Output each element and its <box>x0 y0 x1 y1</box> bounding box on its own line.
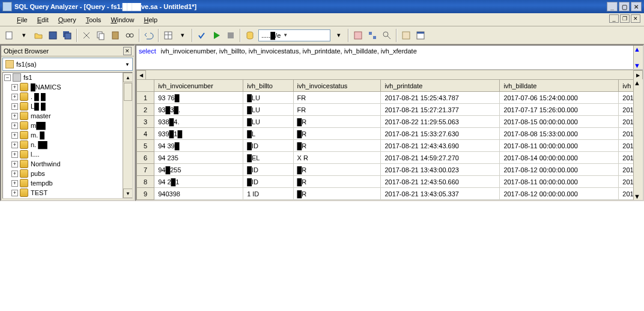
tree-scrollbar[interactable]: ▲ ▼ <box>123 73 132 198</box>
stop-button[interactable] <box>224 29 237 42</box>
cell[interactable]: 1 ID <box>243 188 293 200</box>
doc-restore-button[interactable]: ❐ <box>620 14 630 23</box>
save-button[interactable] <box>46 29 59 42</box>
expand-icon[interactable]: + <box>11 171 18 177</box>
table-row[interactable]: 4939█1██L█R2017-08-21 15:33:27.6302017-0… <box>137 128 643 140</box>
object-browser-button[interactable] <box>366 29 379 42</box>
row-number[interactable]: 3 <box>137 116 154 128</box>
cell[interactable]: █L <box>243 128 293 140</box>
parse-button[interactable] <box>195 29 208 42</box>
menu-window[interactable]: Window <box>106 15 139 25</box>
cell[interactable]: █EL <box>243 152 293 164</box>
tree-item[interactable]: +L█ █ <box>3 101 132 111</box>
tree-item[interactable]: +. █ █ <box>3 92 132 101</box>
menu-edit[interactable]: Edit <box>32 15 53 25</box>
table-row[interactable]: 694 235█ELX R2017-08-21 14:59:27.2702017… <box>137 152 643 164</box>
object-search-button[interactable] <box>380 29 393 42</box>
tree-item[interactable]: +m. █ <box>3 130 132 140</box>
scroll-up-button[interactable]: ▲ <box>123 73 133 82</box>
cell[interactable]: X R <box>293 152 381 164</box>
tree-item[interactable]: +tempdb <box>3 178 132 188</box>
row-number[interactable]: 6 <box>137 152 154 164</box>
tree-item[interactable]: +l.... <box>3 149 132 159</box>
expand-icon[interactable]: + <box>11 113 18 119</box>
expand-icon[interactable]: + <box>11 142 18 148</box>
scroll-down-button[interactable]: ▼ <box>123 189 133 198</box>
tree-item[interactable]: −fs1 <box>3 73 132 82</box>
grid-vscrollbar[interactable]: ▲ ▼ <box>633 79 643 200</box>
table-row[interactable]: 293█3█.█LUFR2017-08-21 15:27:21.3772017-… <box>137 104 643 116</box>
cell[interactable]: 94█255 <box>154 164 243 176</box>
cell[interactable]: 2017-08-12 00:00:00.000 <box>500 164 619 176</box>
table-row[interactable]: 193 76██LUFR2017-08-21 15:25:43.7872017-… <box>137 92 643 104</box>
scroll-left-button[interactable]: ◀ <box>136 70 146 80</box>
cell[interactable]: 2017-08-21 13:43:05.337 <box>381 188 500 200</box>
cell[interactable]: █LU <box>243 92 293 104</box>
expand-icon[interactable]: + <box>11 103 18 110</box>
undo-button[interactable] <box>142 29 156 42</box>
cell[interactable]: 938█4. <box>154 116 243 128</box>
find-button[interactable] <box>123 29 136 42</box>
object-tree[interactable]: −fs1+█NAMICS+. █ █+L█ █+master+m██+m. █+… <box>2 72 133 199</box>
cell[interactable]: █LU <box>243 116 293 128</box>
scroll-right-button[interactable]: ▶ <box>633 70 643 80</box>
expand-icon[interactable]: + <box>11 132 18 139</box>
expand-icon[interactable]: + <box>11 122 18 129</box>
tree-item[interactable]: +master <box>3 111 132 121</box>
paste-button[interactable] <box>109 29 122 42</box>
cell[interactable]: 93 76█ <box>154 92 243 104</box>
minimize-button[interactable]: _ <box>607 2 618 11</box>
cell[interactable]: FR <box>293 104 381 116</box>
table-row[interactable]: 3938█4.█LU█R2017-08-22 11:29:55.0632017-… <box>137 116 643 128</box>
cell[interactable]: █R <box>293 188 381 200</box>
cell[interactable]: █R <box>293 176 381 188</box>
cell[interactable]: 94 39█ <box>154 140 243 152</box>
cell[interactable]: 2017-08-21 15:27:21.377 <box>381 104 500 116</box>
scroll-up-button[interactable]: ▲ <box>634 79 643 86</box>
cell[interactable]: 2017-07-06 15:24:00.000 <box>500 92 619 104</box>
results-grid[interactable]: ivh_invoicenumberivh_billtoivh_invoicest… <box>136 79 643 200</box>
maximize-button[interactable]: ▢ <box>619 2 630 11</box>
column-header[interactable]: ivh_invoicenumber <box>154 80 243 92</box>
cell[interactable]: 2017-08-21 15:33:27.630 <box>381 128 500 140</box>
cell[interactable]: 2017-08-21 12:43:43.690 <box>381 140 500 152</box>
table-row[interactable]: 794█255█ID█R2017-08-21 13:43:00.0232017-… <box>137 164 643 176</box>
object-browser-close-button[interactable]: ✕ <box>123 47 132 55</box>
options-button[interactable] <box>414 29 427 42</box>
collapse-icon[interactable]: − <box>4 74 11 81</box>
cell[interactable]: 2017-08-08 15:33:00.000 <box>500 128 619 140</box>
cell[interactable]: █ID <box>243 176 293 188</box>
database-combo[interactable]: .....█/e▼ <box>258 29 330 41</box>
cell[interactable]: █R <box>293 128 381 140</box>
cell[interactable]: 2017-08-21 15:25:43.787 <box>381 92 500 104</box>
cell[interactable]: 2017-08-11 00:00:00.000 <box>500 140 619 152</box>
cell[interactable]: 93█3█. <box>154 104 243 116</box>
results-dropdown-button[interactable]: ▾ <box>176 29 189 42</box>
scroll-down-button[interactable]: ▼ <box>634 62 640 69</box>
cell[interactable]: 2017-07-17 15:26:00.000 <box>500 104 619 116</box>
expand-icon[interactable]: + <box>11 161 18 168</box>
row-number[interactable]: 4 <box>137 128 154 140</box>
cell[interactable]: █R <box>293 164 381 176</box>
expand-icon[interactable]: + <box>11 151 18 158</box>
expand-icon[interactable]: + <box>11 190 18 196</box>
show-results-button[interactable] <box>399 29 413 42</box>
doc-minimize-button[interactable]: _ <box>609 14 619 23</box>
server-combo[interactable]: fs1(sa) ▼ <box>2 58 133 71</box>
sql-editor[interactable]: select ivh_invoicenumber, ivh_billto, iv… <box>136 46 643 70</box>
cell[interactable]: 2017-08-21 13:43:00.023 <box>381 164 500 176</box>
cell[interactable]: 2017-08-14 00:00:00.000 <box>500 152 619 164</box>
cell[interactable]: 2017-08-12 00:00:00.000 <box>500 188 619 200</box>
expand-icon[interactable]: + <box>11 94 18 100</box>
table-row[interactable]: 99403981 ID█R2017-08-21 13:43:05.3372017… <box>137 188 643 200</box>
db-dropdown-button[interactable]: ▾ <box>332 29 345 42</box>
menu-file[interactable]: File <box>12 15 32 25</box>
sql-hscrollbar[interactable]: ◀ ▶ <box>136 70 643 79</box>
db-icon-button[interactable] <box>243 29 257 42</box>
cell[interactable]: 2017-08-15 00:00:00.000 <box>500 116 619 128</box>
cell[interactable]: █ID <box>243 140 293 152</box>
column-header[interactable]: ivh_billto <box>243 80 293 92</box>
menu-help[interactable]: Help <box>139 15 163 25</box>
table-row[interactable]: 894 2█1█ID█R2017-08-21 12:43:50.6602017-… <box>137 176 643 188</box>
cell[interactable]: 2017-08-21 14:59:27.270 <box>381 152 500 164</box>
